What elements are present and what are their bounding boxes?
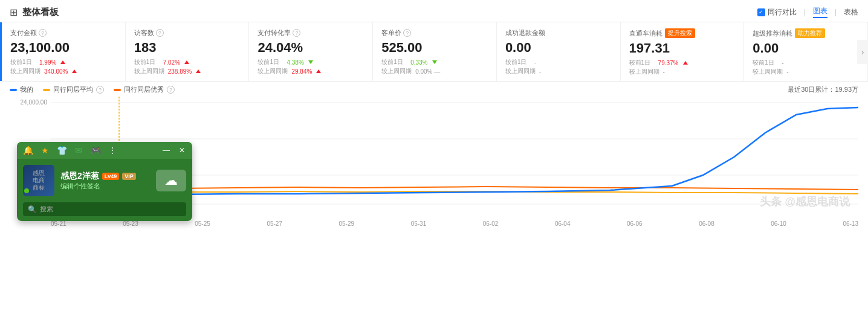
search-placeholder: 搜索 bbox=[40, 205, 53, 214]
legend-dot-orange bbox=[114, 89, 121, 91]
popup-search-bar[interactable]: 🔍 搜索 bbox=[23, 202, 186, 216]
metric-value: 525.00 bbox=[381, 40, 488, 56]
metric-zhitongche: 直通车消耗 提升搜索 197.31 较前1日 79.37% 较上周同期 - bbox=[621, 22, 745, 81]
x-label: 05-31 bbox=[411, 220, 427, 227]
layers-icon: ⊞ bbox=[10, 7, 18, 18]
compare-row-2: 较上周同期 - bbox=[753, 68, 859, 76]
metric-compare: 较前1日 1.99% 较上周同期 340.00% bbox=[10, 58, 117, 75]
badge-vip: VIP bbox=[122, 173, 136, 180]
page-title: 整体看板 bbox=[22, 7, 59, 18]
legend-label-best: 同行同层优秀 bbox=[124, 85, 164, 94]
compare-checkbox[interactable] bbox=[757, 8, 765, 16]
info-icon-best[interactable]: ? bbox=[167, 86, 175, 94]
popup-user-info: 感恩2洋葱 Lv49 VIP 编辑个性签名 bbox=[60, 171, 150, 191]
compare-row-2: 较上周同期 0.00% — bbox=[381, 67, 488, 75]
legend-label-mine: 我的 bbox=[20, 85, 33, 94]
metric-value: 24.04% bbox=[257, 40, 364, 56]
compare-row-2: 较上周同期 238.89% bbox=[134, 67, 241, 75]
scroll-right-arrow[interactable]: › bbox=[857, 40, 868, 64]
info-icon-avg[interactable]: ? bbox=[96, 86, 104, 94]
chart-summary: 最近30日累计：19.93万 bbox=[788, 85, 858, 94]
x-label: 06-10 bbox=[771, 220, 786, 227]
x-label: 05-23 bbox=[123, 220, 138, 227]
close-button[interactable]: ✕ bbox=[177, 145, 187, 156]
shirt-icon[interactable]: 👕 bbox=[56, 144, 68, 156]
popup-content: 感恩电商商标 感恩2洋葱 Lv49 VIP 编辑个性签名 ☁ bbox=[17, 159, 192, 202]
info-icon[interactable]: ? bbox=[403, 29, 411, 37]
info-icon[interactable]: ? bbox=[39, 29, 47, 37]
chart-area: 我的 同行同层平均 ? 同行同层优秀 ? 最近30日累计：19.93万 24,0… bbox=[0, 82, 868, 227]
metric-header: 超级推荐消耗 助力推荐 bbox=[753, 28, 859, 38]
popup-overlay: 🔔 ★ 👕 ✉ 🎮 ⋮ — ✕ 感恩电商商标 感恩2洋葱 Lv49 VIP bbox=[17, 142, 192, 221]
x-label: 05-27 bbox=[267, 220, 282, 227]
metric-refund: 成功退款金额 0.00 较前1日 - 较上周同期 - bbox=[497, 22, 621, 81]
star-icon[interactable]: ★ bbox=[39, 144, 51, 156]
tab-table[interactable]: 表格 bbox=[844, 7, 858, 18]
legend-avg: 同行同层平均 ? bbox=[43, 85, 104, 94]
minimize-button[interactable]: — bbox=[161, 145, 172, 156]
compare-toggle[interactable]: 同行对比 bbox=[757, 7, 797, 18]
cloud-icon[interactable]: ☁ bbox=[156, 170, 186, 191]
x-label: 06-02 bbox=[483, 220, 499, 227]
x-label: 06-08 bbox=[699, 220, 714, 227]
up-arrow bbox=[60, 60, 65, 64]
legend-mine: 我的 bbox=[10, 85, 33, 94]
metric-conversion: 支付转化率 ? 24.04% 较前1日 4.38% 较上周同期 29.84% bbox=[249, 22, 373, 81]
x-label: 06-06 bbox=[627, 220, 643, 227]
metric-compare: 较前1日 7.02% 较上周同期 238.89% bbox=[134, 58, 241, 75]
x-label: 06-04 bbox=[555, 220, 571, 227]
divider: | bbox=[804, 8, 806, 16]
popup-username: 感恩2洋葱 Lv49 VIP bbox=[60, 171, 150, 182]
metric-label: 支付金额 ? bbox=[10, 28, 47, 37]
info-icon[interactable]: ? bbox=[156, 29, 164, 37]
legend-label-avg: 同行同层平均 bbox=[53, 85, 93, 94]
up-arrow bbox=[683, 61, 688, 65]
compare-row-1: 较前1日 4.38% bbox=[257, 58, 364, 66]
info-icon[interactable]: ? bbox=[293, 29, 300, 37]
tag-boost-search[interactable]: 提升搜索 bbox=[665, 28, 695, 38]
metric-unit-price: 客单价 ? 525.00 较前1日 0.33% 较上周同期 0.00% — bbox=[373, 22, 497, 81]
legend-best: 同行同层优秀 ? bbox=[114, 85, 175, 94]
legend-dot-yellow bbox=[43, 89, 50, 91]
metric-value: 23,100.00 bbox=[10, 40, 117, 56]
y-label-1: 24,000.00 bbox=[10, 99, 51, 106]
popup-toolbar: 🔔 ★ 👕 ✉ 🎮 ⋮ — ✕ bbox=[17, 142, 192, 159]
header-left: ⊞ 整体看板 bbox=[10, 7, 59, 18]
down-arrow bbox=[308, 60, 313, 64]
bell-icon[interactable]: 🔔 bbox=[22, 144, 34, 156]
metric-header: 支付金额 ? bbox=[10, 28, 117, 40]
search-icon: 🔍 bbox=[28, 205, 37, 214]
legend-dot-blue bbox=[10, 89, 17, 91]
metric-compare: 较前1日 0.33% 较上周同期 0.00% — bbox=[381, 58, 488, 75]
compare-row-1: 较前1日 0.33% bbox=[381, 58, 488, 66]
x-label: 05-21 bbox=[51, 220, 66, 227]
metric-value: 183 bbox=[134, 40, 241, 56]
compare-row-2: 较上周同期 - bbox=[505, 67, 612, 75]
user-avatar: 感恩电商商标 bbox=[23, 165, 54, 196]
up-arrow bbox=[72, 69, 77, 73]
compare-row-1: 较前1日 7.02% bbox=[134, 58, 241, 66]
tab-chart[interactable]: 图表 bbox=[813, 6, 828, 18]
metric-header: 直通车消耗 提升搜索 bbox=[629, 28, 736, 38]
game-icon[interactable]: 🎮 bbox=[89, 144, 102, 156]
metric-compare: 较前1日 - 较上周同期 - bbox=[753, 59, 859, 76]
metric-visitors: 访客数 ? 183 较前1日 7.02% 较上周同期 238.89% bbox=[126, 22, 250, 81]
tag-assist-recommend[interactable]: 助力推荐 bbox=[795, 28, 825, 38]
down-arrow bbox=[432, 60, 437, 64]
mail-icon[interactable]: ✉ bbox=[73, 144, 85, 156]
header-right: 同行对比 | 图表 | 表格 bbox=[757, 6, 858, 18]
divider2: | bbox=[835, 8, 837, 16]
metric-value: 0.00 bbox=[753, 40, 859, 56]
popup-edit-signature[interactable]: 编辑个性签名 bbox=[60, 182, 150, 191]
metric-payment-amount: 支付金额 ? 23,100.00 较前1日 1.99% 较上周同期 340.00… bbox=[0, 22, 126, 81]
metric-label: 访客数 ? bbox=[134, 28, 241, 37]
up-arrow bbox=[184, 60, 189, 64]
compare-row-2: 较上周同期 340.00% bbox=[10, 67, 117, 75]
x-label: 05-29 bbox=[339, 220, 355, 227]
more-icon[interactable]: ⋮ bbox=[106, 144, 118, 156]
metric-super-recommend: 超级推荐消耗 助力推荐 0.00 较前1日 - 较上周同期 - bbox=[744, 22, 868, 81]
badge-level: Lv49 bbox=[102, 173, 120, 180]
metric-value: 197.31 bbox=[629, 40, 736, 56]
up-arrow bbox=[196, 69, 201, 73]
chart-top: 我的 同行同层平均 ? 同行同层优秀 ? 最近30日累计：19.93万 bbox=[10, 85, 858, 94]
